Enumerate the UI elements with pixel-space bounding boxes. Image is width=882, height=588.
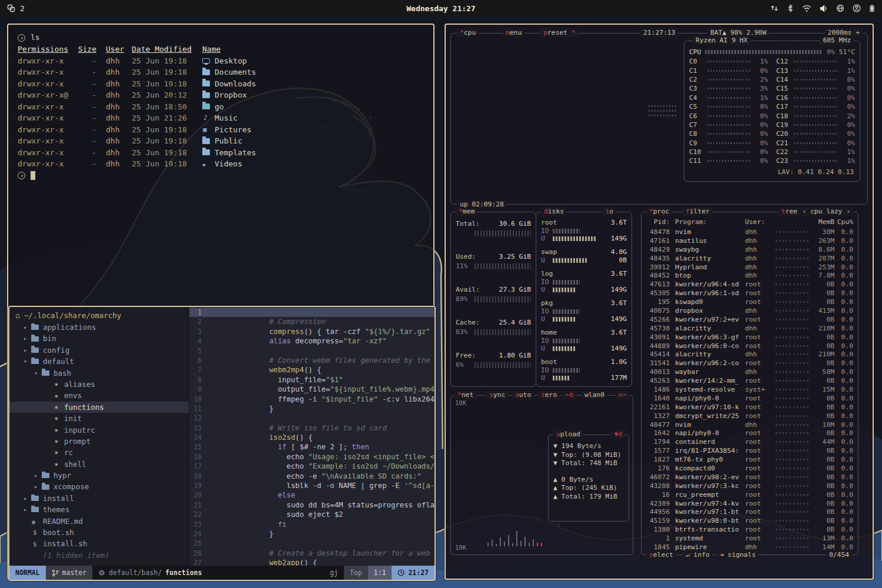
proc-sort-selector[interactable]: ‹ cpu lazy › bbox=[799, 208, 853, 216]
process-row[interactable]: 48435 alacritty dhh 207M 0.0 bbox=[646, 254, 853, 263]
proc-select-button[interactable]: select bbox=[646, 551, 676, 559]
process-row[interactable]: 47613 kworker/u96:4-sd root 0B 0.0 bbox=[646, 280, 853, 289]
process-row[interactable]: 40013 waybar dhh 58M 0.0 bbox=[646, 368, 853, 376]
process-row[interactable]: 1640 napi/phy0-0 root 0B 0.0 bbox=[646, 394, 853, 403]
process-row[interactable]: 1794 containerd root 44M 0.0 bbox=[646, 437, 853, 446]
process-row[interactable]: 195 kswapd0 root 0B 0.0 bbox=[646, 298, 853, 306]
tree-item[interactable]: envs bbox=[9, 390, 189, 401]
process-row[interactable]: 1827 mt76-tx phy0 root 0B 0.0 bbox=[646, 455, 853, 464]
net-next-iface-key[interactable]: n→ bbox=[615, 391, 629, 399]
tree-item[interactable]: README.md bbox=[9, 516, 189, 527]
process-row[interactable]: 45730 alacritty dhh 210M 0.0 bbox=[646, 324, 853, 333]
process-row[interactable]: 1380 btrfs-transactio root 0B 0.0 bbox=[646, 525, 853, 534]
code-editor-panel[interactable]: 1 # Compression 2 compress() { tar -czf … bbox=[189, 307, 435, 566]
tree-item[interactable]: rc bbox=[9, 447, 189, 458]
bluetooth-icon[interactable] bbox=[787, 4, 794, 12]
disks-io-toggle[interactable]: io bbox=[602, 208, 616, 216]
net-zero-toggle[interactable]: zero bbox=[538, 391, 560, 399]
process-row[interactable]: 44956 kworker/u97:1-bt root 0B 0.0 bbox=[646, 508, 853, 517]
screen-share-icon[interactable] bbox=[770, 4, 779, 12]
tree-item[interactable]: inputrc bbox=[9, 425, 189, 436]
tree-item[interactable]: boot.sh bbox=[9, 527, 189, 538]
file-tree-panel[interactable]: ⌂ ~/.local/share/omarchy applications bbox=[9, 307, 189, 566]
tree-item[interactable]: install.sh bbox=[9, 538, 189, 549]
process-row[interactable]: 45414 alacritty dhh 210M 0.0 bbox=[646, 350, 853, 359]
process-row[interactable]: 1642 napi/phy0-0 root 0B 0.0 bbox=[646, 429, 853, 437]
process-row[interactable]: 45263 kworker/14:2-mm_ root 0B 0.0 bbox=[646, 376, 853, 385]
tree-item[interactable]: prompt bbox=[9, 436, 189, 447]
net-stats-toggle[interactable]: ▼d bbox=[611, 430, 625, 439]
mem-panel-title[interactable]: *mem bbox=[456, 208, 477, 216]
tree-item[interactable]: install bbox=[9, 493, 189, 504]
editor-window[interactable]: ⌂ ~/.local/share/omarchy applications bbox=[8, 306, 436, 581]
btop-preset-button[interactable]: preset * bbox=[540, 29, 578, 37]
process-row[interactable]: 1845 pipewire dhh 14M 0.0 bbox=[646, 543, 853, 552]
btop-window[interactable]: *cpu menu preset * 21:27:13 BAT▲ 98% 2.9… bbox=[445, 24, 874, 580]
tree-item[interactable]: config bbox=[9, 345, 189, 356]
process-row[interactable]: 176 kcompactd0 root 0B 0.0 bbox=[646, 464, 853, 473]
tree-item[interactable]: hypr bbox=[9, 470, 189, 481]
tree-item[interactable]: applications bbox=[9, 322, 189, 333]
proc-signals-button[interactable]: ⇥ signals bbox=[717, 551, 759, 559]
tree-item[interactable]: init bbox=[9, 413, 189, 424]
update-interval[interactable]: 2000ms + bbox=[825, 29, 863, 37]
process-row[interactable]: 48477 nvim dhh 10M 0.0 bbox=[646, 420, 853, 429]
code-line[interactable]: 27 if [ "$#" -ne 3 ]; then bbox=[189, 558, 435, 566]
tree-item[interactable]: bash bbox=[9, 368, 189, 379]
disks-panel-title[interactable]: disks bbox=[541, 208, 567, 216]
process-row[interactable]: 48478 nvim dhh 38M 0.0 bbox=[646, 228, 853, 236]
terminal-output[interactable]: ls Permissions Size User Date Modified N… bbox=[8, 25, 433, 189]
process-row[interactable]: 1577 irq/81-PIXA3854: root 0B 0.0 bbox=[646, 446, 853, 455]
process-row[interactable]: 47161 nautilus dhh 263M 0.0 bbox=[646, 236, 853, 245]
process-row[interactable]: 48452 btop dhh 7.8M 0.0 bbox=[646, 271, 853, 280]
network-globe-icon[interactable] bbox=[836, 4, 844, 12]
tree-item[interactable]: bin bbox=[9, 333, 189, 344]
prompt-line-empty[interactable] bbox=[18, 170, 424, 182]
proc-filter-button[interactable]: filter bbox=[683, 208, 713, 216]
process-row[interactable]: 42309 kworker/u97:4-kv root 0B 0.0 bbox=[646, 499, 853, 508]
process-row[interactable]: 45159 kworker/u98:0-bt root 0B 0.0 bbox=[646, 516, 853, 525]
tree-item[interactable]: default bbox=[9, 356, 189, 367]
user-account-icon[interactable] bbox=[853, 4, 861, 12]
tree-item[interactable]: aliases bbox=[9, 379, 189, 390]
wifi-icon[interactable] bbox=[802, 5, 811, 12]
process-cpu-graph bbox=[776, 476, 808, 478]
clock[interactable]: Wednesday 21:27 bbox=[0, 4, 882, 13]
process-row[interactable]: 44889 kworker/u96:0-co root 0B 0.0 bbox=[646, 342, 853, 350]
tree-item[interactable]: (1 hidden item) bbox=[9, 550, 189, 561]
process-row[interactable]: 46072 kworker/u98:2-ev root 0B 0.0 bbox=[646, 473, 853, 482]
proc-info-button[interactable]: ↵ info bbox=[683, 551, 713, 559]
process-row[interactable]: 43091 kworker/u96:3-gf root 0B 0.0 bbox=[646, 333, 853, 342]
process-row[interactable]: 1486 systemd-resolve syst+ 15M 0.0 bbox=[646, 385, 853, 394]
proc-panel-title[interactable]: *proc bbox=[646, 208, 672, 216]
net-panel-title[interactable]: *net bbox=[455, 391, 476, 399]
process-row[interactable]: 31541 kworker/u96:2-co root 0B 0.0 bbox=[646, 359, 853, 368]
net-sync-toggle[interactable]: sync bbox=[486, 391, 508, 399]
battery-icon[interactable] bbox=[869, 4, 875, 12]
tree-item[interactable]: themes bbox=[9, 504, 189, 515]
net-stats-title[interactable]: upload bbox=[553, 430, 583, 439]
process-row[interactable]: 48429 swaybg dhh 8.6M 0.0 bbox=[646, 245, 853, 254]
git-branch-segment[interactable]: master bbox=[46, 566, 93, 580]
workspaces-icon[interactable] bbox=[7, 4, 15, 12]
process-row[interactable]: 45305 kworker/u96:1-sd root 0B 0.0 bbox=[646, 289, 853, 298]
process-row[interactable]: 1327 dmcrypt_write/25 root 0B 0.0 bbox=[646, 412, 853, 420]
tree-item[interactable]: shell bbox=[9, 459, 189, 470]
net-prev-iface-key[interactable]: ←b bbox=[563, 391, 577, 399]
process-row[interactable]: 22161 kworker/u97:10-k root 0B 0.0 bbox=[646, 403, 853, 412]
volume-icon[interactable] bbox=[820, 5, 828, 12]
process-row[interactable]: 43208 kworker/u97:3-kc root 0B 0.0 bbox=[646, 482, 853, 490]
process-row[interactable]: 39912 Hyprland dhh 253M 0.0 bbox=[646, 263, 853, 272]
net-auto-toggle[interactable]: auto bbox=[512, 391, 534, 399]
btop-menu-button[interactable]: menu bbox=[503, 29, 524, 37]
workspace-indicator[interactable]: 2 bbox=[20, 4, 25, 13]
process-row[interactable]: 40075 dropbox dhh 413M 0.0 bbox=[646, 306, 853, 315]
load-average: LAV: 0.41 0.24 0.13 bbox=[689, 168, 855, 176]
cpu-panel-title[interactable]: *cpu bbox=[457, 29, 479, 37]
proc-tree-toggle[interactable]: tree bbox=[779, 208, 800, 216]
process-row[interactable]: 45266 kworker/u97:2+ev root 0B 0.0 bbox=[646, 315, 853, 324]
process-row[interactable]: 1 systemd root 13M 0.0 bbox=[646, 534, 853, 543]
tree-item[interactable]: xcompose bbox=[9, 481, 189, 492]
process-row[interactable]: 16 rcu_preempt root 0B 0.0 bbox=[646, 490, 853, 499]
tree-item[interactable]: functions bbox=[9, 402, 189, 413]
